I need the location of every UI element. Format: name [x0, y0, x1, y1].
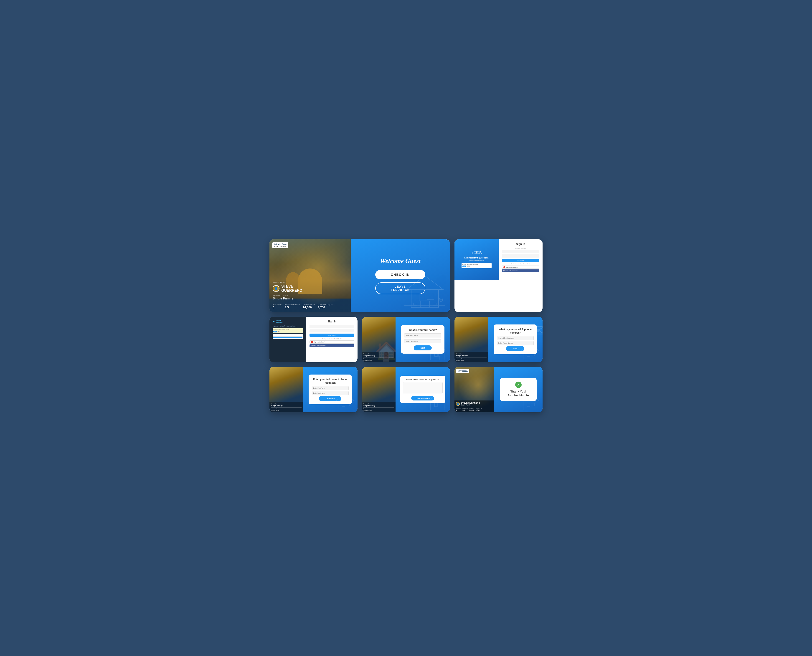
- logo-badge: John L. Scott REAL ESTATE: [272, 242, 288, 248]
- svg-rect-3: [427, 294, 434, 300]
- svg-marker-16: [521, 344, 539, 351]
- dark-notes: Important notes for each category: [273, 325, 303, 327]
- dark-fb-btn[interactable]: f Sign in with Facebook: [309, 344, 354, 347]
- signin-left-panel: ✦ VISITORCHECK IN Ask Important Question…: [455, 239, 498, 280]
- svg-rect-30: [531, 403, 535, 406]
- experience-right: < Back Please tell us about your experie…: [396, 367, 450, 412]
- logo-subtitle: REAL ESTATE: [274, 246, 286, 248]
- thankyou-host-info: 👤 STEVE GUERRERO Single Family Bedrooms …: [455, 401, 494, 412]
- google-signin-button[interactable]: Sign in with Google: [502, 266, 539, 269]
- signin-left-sub: And Gain Customers: [469, 260, 484, 261]
- feedback-name-question: Enter your full name to leave feedback: [312, 378, 349, 384]
- svg-marker-11: [428, 344, 447, 351]
- svg-rect-29: [527, 403, 530, 407]
- feedback-name-right: < Back Enter your full name to leave fee…: [303, 367, 357, 412]
- experience-left: Property Type Single Family Lot14,600 Ar…: [362, 367, 396, 412]
- stat-livingarea: Living Area/Sq Ft 3,700: [318, 304, 333, 309]
- svg-rect-7: [433, 303, 436, 305]
- feedback-name-left: Property Type Single Family Lot14,600 Ar…: [269, 367, 303, 412]
- visitor-logo-icon: ✦: [471, 251, 473, 255]
- fullname-question: What is your full name?: [408, 328, 437, 331]
- mini-preview-card: Are you working with an Agent? Yes No: [461, 263, 492, 268]
- password-input-mock[interactable]: [502, 254, 539, 258]
- logo-name: John L. Scott: [274, 243, 286, 246]
- host-info: 👤 STEVE GUERRERO: [273, 285, 348, 292]
- dark-fb-icon: f: [311, 345, 311, 347]
- svg-marker-0: [407, 276, 443, 289]
- signin-top-card: ✦ VISITORCHECK IN Ask Important Question…: [455, 239, 543, 312]
- continue-button-mock[interactable]: CONTINUE: [502, 259, 539, 262]
- thankyou-property-type: Single Family: [461, 404, 480, 406]
- feedback-first-name-input[interactable]: [312, 386, 349, 390]
- email-input-mock[interactable]: [502, 250, 539, 253]
- thankyou-right-panel: ✓ Thank You! for checking in: [494, 367, 543, 412]
- property-type-value: Single Family: [273, 297, 293, 300]
- fullname-left-photo: Property Type Single Family Lot14,600 Ar…: [362, 317, 396, 362]
- thankyou-left-photo: John L. Scott REAL ESTATE 👤 STEVE GUERRE…: [455, 367, 494, 412]
- property-type-label: Property Type: [273, 294, 293, 297]
- svg-rect-14: [439, 353, 442, 356]
- svg-rect-15: [435, 357, 440, 360]
- email-left-photo: Property Type Single Family Lot14,600 Ar…: [455, 317, 488, 362]
- google-icon: [503, 266, 505, 268]
- dark-signin-title: Sign In: [309, 320, 354, 323]
- dark-google-icon: [311, 341, 313, 343]
- stats-row: Bedrooms 6 Bathrooms/Sq Ft 3.5 Lot Size/…: [273, 302, 348, 309]
- stat-bedrooms: Bedrooms 6: [273, 304, 282, 309]
- svg-rect-6: [413, 303, 417, 305]
- thankyou-stat-living: Living Sq Ft 3,700: [476, 408, 481, 411]
- feedback-name-back-btn[interactable]: < Back: [305, 368, 312, 371]
- email-card: Property Type Single Family Lot14,600 Ar…: [455, 317, 543, 362]
- house-bg-icon: 🏠: [375, 341, 396, 362]
- dark-password-input[interactable]: [309, 329, 354, 333]
- thankyou-stat-bedrooms: Bedrooms 6: [456, 408, 461, 411]
- dark-google-btn[interactable]: Sign in with Google: [309, 340, 354, 343]
- dark-left-panel: ✦ VISITORCHECK IN Important notes for ea…: [269, 317, 306, 362]
- experience-textarea[interactable]: [403, 382, 442, 393]
- svg-marker-27: [521, 394, 539, 401]
- signin-left-title: Ask Important Questions,: [464, 257, 489, 259]
- main-welcome-area: Welcome Guest CHECK IN LEAVE FEEDBACK: [351, 239, 450, 312]
- dark-logo: ✦ VISITORCHECK IN: [273, 320, 303, 323]
- svg-rect-13: [435, 353, 438, 357]
- dark-logo-text: VISITORCHECK IN: [276, 320, 282, 323]
- visitor-checkin-logo: ✦ VISITORCHECK IN: [471, 251, 482, 255]
- feedback-name-card: Property Type Single Family Lot14,600 Ar…: [269, 367, 357, 412]
- visitor-logo-text: VISITORCHECK IN: [475, 251, 482, 255]
- thankyou-card: John L. Scott REAL ESTATE 👤 STEVE GUERRE…: [455, 367, 543, 412]
- svg-rect-23: [346, 403, 350, 406]
- svg-rect-22: [342, 403, 345, 407]
- experience-question: Please tell us about your experience: [403, 378, 442, 381]
- checkmark-icon: ✓: [515, 382, 521, 388]
- or-text: Or sign in with Your Email Media: [502, 263, 539, 265]
- svg-marker-24: [428, 394, 447, 401]
- signin-dark-card: ✦ VISITORCHECK IN Important notes for ea…: [269, 317, 357, 362]
- dark-google-text: Sign in with Google: [314, 341, 325, 343]
- main-welcome-card: John L. Scott REAL ESTATE YOUR HOST 👤 ST…: [269, 239, 450, 312]
- fullname-right-form: < Back What is your full name? Next: [396, 317, 450, 362]
- svg-rect-19: [531, 353, 535, 356]
- signin-title: Sign In: [502, 243, 539, 246]
- first-name-input[interactable]: [404, 333, 441, 337]
- dark-mini-card-2: Enter your information: [273, 334, 303, 339]
- dark-continue-btn[interactable]: CONTINUE: [309, 334, 354, 337]
- email-input[interactable]: [497, 336, 534, 340]
- fullname-card: Property Type Single Family Lot14,600 Ar…: [362, 317, 450, 362]
- experience-back-btn[interactable]: < Back: [398, 368, 404, 371]
- svg-marker-20: [336, 394, 354, 401]
- svg-rect-2: [419, 294, 425, 301]
- experience-card: Property Type Single Family Lot14,600 Ar…: [362, 367, 450, 412]
- email-question: What is your email & phone number?: [497, 328, 534, 334]
- thankyou-avatar: 👤: [456, 402, 460, 406]
- svg-rect-26: [435, 403, 438, 407]
- email-back-btn[interactable]: < Back: [490, 319, 496, 321]
- dark-mini-card-1: Are you working with an agent? Yes No: [273, 328, 303, 333]
- svg-rect-18: [527, 353, 530, 357]
- facebook-signin-button[interactable]: f Sign in with Facebook: [502, 269, 539, 272]
- thankyou-host-name: STEVE GUERRERO: [461, 402, 480, 404]
- fullname-back-btn[interactable]: < Back: [398, 319, 404, 321]
- dark-or-text: Or sign in with Your Social Media: [309, 338, 354, 339]
- email-right-form: ✉ < Back What is your email & phone numb…: [488, 317, 543, 362]
- dark-mini-cards: Are you working with an agent? Yes No En…: [273, 328, 303, 339]
- dark-email-input[interactable]: [309, 325, 354, 328]
